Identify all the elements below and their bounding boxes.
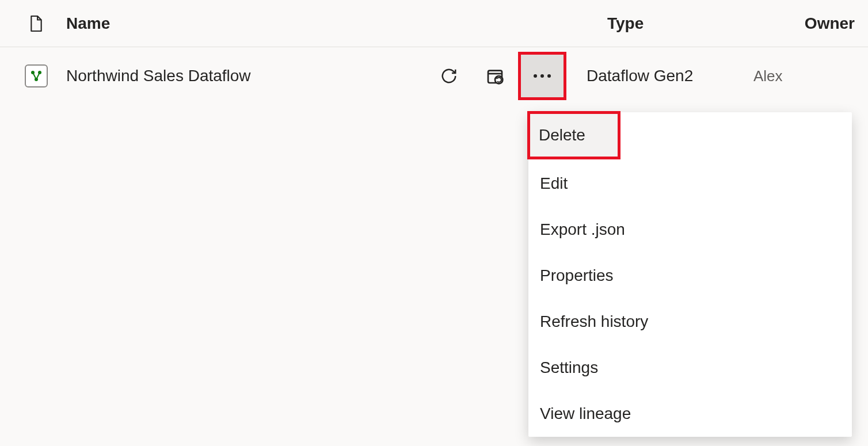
table-row[interactable]: Northwind Sales Dataflow Dataf	[0, 47, 868, 105]
menu-item-refresh-history[interactable]: Refresh history	[528, 299, 852, 345]
column-owner-header[interactable]: Owner	[751, 14, 855, 33]
menu-item-delete[interactable]: Delete	[527, 111, 620, 159]
menu-item-settings[interactable]: Settings	[528, 345, 852, 391]
file-icon	[29, 14, 44, 33]
menu-item-view-lineage[interactable]: View lineage	[528, 391, 852, 437]
row-icon-cell	[6, 64, 66, 87]
more-options-button[interactable]	[518, 52, 566, 100]
schedule-refresh-button[interactable]	[472, 53, 518, 99]
context-menu: Delete Edit Export .json Properties Refr…	[528, 112, 852, 437]
dataflow-icon	[25, 64, 48, 87]
table-header: Name Type Owner	[0, 0, 868, 47]
column-type-header[interactable]: Type	[607, 14, 751, 33]
column-name-header[interactable]: Name	[66, 14, 607, 33]
svg-point-7	[547, 74, 551, 78]
row-owner: Alex	[733, 67, 837, 85]
refresh-icon	[440, 67, 458, 85]
menu-item-export-json[interactable]: Export .json	[528, 207, 852, 253]
column-icon-header	[6, 14, 66, 33]
row-name[interactable]: Northwind Sales Dataflow	[66, 67, 426, 85]
ellipsis-icon	[532, 73, 553, 79]
refresh-button[interactable]	[426, 53, 472, 99]
row-type: Dataflow Gen2	[566, 67, 733, 85]
menu-item-properties[interactable]: Properties	[528, 253, 852, 299]
menu-item-edit[interactable]: Edit	[528, 161, 852, 207]
row-actions	[426, 52, 566, 100]
svg-point-6	[540, 74, 544, 78]
svg-point-5	[534, 74, 537, 78]
schedule-icon	[486, 67, 504, 85]
